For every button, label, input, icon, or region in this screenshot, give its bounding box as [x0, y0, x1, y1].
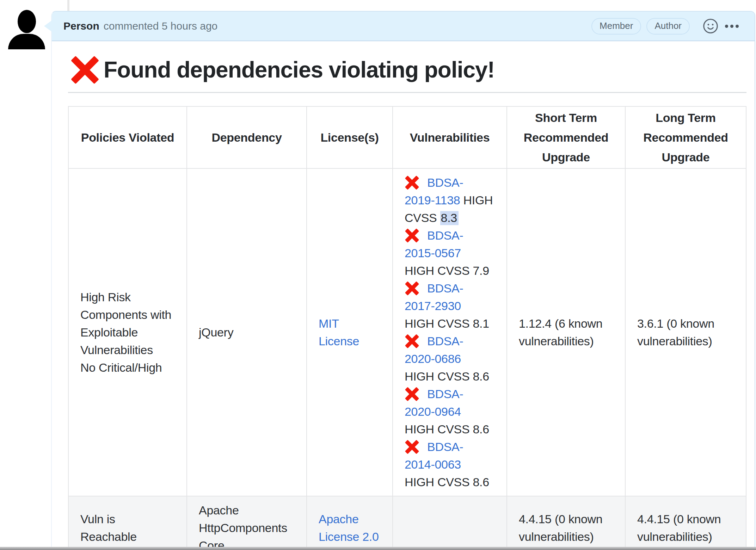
cell-short-term-upgrade: 4.4.15 (0 known vulnerabilities) [507, 496, 625, 550]
table-row: High Risk Components with Exploitable Vu… [68, 168, 746, 496]
cell-policies: High Risk Components with Exploitable Vu… [68, 168, 187, 496]
red-x-icon [405, 439, 419, 454]
red-x-icon [405, 175, 419, 190]
cell-policies: Vuln is Reachable [68, 496, 187, 550]
add-reaction-button[interactable] [702, 18, 719, 34]
red-x-icon [405, 228, 419, 243]
comment-box: Person commented 5 hours ago Member Auth… [51, 11, 755, 550]
comment-timestamp: commented 5 hours ago [104, 20, 218, 32]
vulnerability-severity: HIGH CVSS 8.6 [405, 475, 489, 489]
red-x-icon [70, 55, 99, 84]
vulnerability-severity: HIGH CVSS 8.6 [405, 370, 489, 383]
cell-short-term-upgrade: 1.12.4 (6 known vulnerabilities) [507, 168, 625, 496]
col-header-short-term: Short Term Recommended Upgrade [507, 106, 625, 168]
comment-header: Person commented 5 hours ago Member Auth… [52, 12, 755, 41]
heading-rule [68, 92, 746, 93]
cell-long-term-upgrade: 3.6.1 (0 known vulnerabilities) [625, 168, 746, 496]
license-link[interactable]: ApacheLicense 2.0 [319, 510, 379, 545]
red-x-icon [405, 281, 419, 296]
avatar[interactable] [7, 9, 46, 49]
smiley-icon [702, 18, 719, 34]
license-link[interactable]: MITLicense [319, 315, 359, 350]
comment-caret [44, 20, 52, 32]
vulnerability-entry: BDSA-2020-0964HIGH CVSS 8.6 [405, 385, 502, 438]
avatar-head [18, 10, 36, 33]
more-options-button[interactable] [723, 25, 739, 28]
cell-licenses: MITLicense [307, 168, 393, 496]
cell-vulnerabilities [393, 496, 507, 550]
policy-name: Vuln is Reachable [80, 510, 174, 545]
cell-licenses: ApacheLicense 2.0 [307, 496, 393, 550]
col-header-dependency: Dependency [187, 106, 307, 168]
page-heading: Found dependencies violating policy! [104, 57, 494, 83]
cvss-score-highlighted: 8.3 [440, 211, 459, 225]
vulnerability-entry: BDSA-2019-1138 HIGHCVSS 8.3 [405, 174, 502, 227]
cell-vulnerabilities: BDSA-2019-1138 HIGHCVSS 8.3BDSA-2015-056… [393, 168, 507, 496]
table-row: Vuln is Reachable Apache HttpComponents … [68, 496, 746, 550]
vulnerability-severity: HIGH CVSS 7.9 [405, 264, 489, 277]
policy-name: High Risk Components with Exploitable Vu… [80, 288, 174, 359]
vulnerability-entry: BDSA-2017-2930HIGH CVSS 8.1 [405, 279, 502, 332]
timeline-line [67, 0, 69, 11]
table-header-row: Policies Violated Dependency License(s) … [68, 106, 746, 168]
cell-long-term-upgrade: 4.4.15 (0 known vulnerabilities) [625, 496, 746, 550]
vulnerability-entry: BDSA-2015-0567HIGH CVSS 7.9 [405, 227, 502, 279]
comment-author[interactable]: Person [63, 20, 99, 32]
red-x-icon [405, 387, 419, 401]
vulnerability-entry: BDSA-2014-0063HIGH CVSS 8.6 [405, 438, 502, 491]
avatar-torso [8, 34, 45, 49]
heading-row: Found dependencies violating policy! [68, 55, 746, 84]
policy-name: No Critical/High [80, 359, 174, 376]
col-header-licenses: License(s) [307, 106, 393, 168]
red-x-icon [405, 334, 419, 348]
window-edge-bar [0, 547, 756, 550]
author-badge: Author [646, 18, 690, 35]
policy-violations-table: Policies Violated Dependency License(s) … [68, 106, 746, 550]
vulnerability-severity: HIGH CVSS 8.1 [405, 317, 489, 330]
comment-body: Found dependencies violating policy! Pol… [52, 55, 755, 550]
vulnerability-severity: HIGH CVSS 8.6 [405, 422, 489, 436]
cell-dependency: Apache HttpComponents Core [187, 496, 307, 550]
member-badge: Member [591, 18, 641, 35]
col-header-vulnerabilities: Vulnerabilities [393, 106, 507, 168]
col-header-policies: Policies Violated [68, 106, 187, 168]
cell-dependency: jQuery [187, 168, 307, 496]
vulnerability-entry: BDSA-2020-0686HIGH CVSS 8.6 [405, 332, 502, 385]
col-header-long-term: Long Term Recommended Upgrade [625, 106, 746, 168]
